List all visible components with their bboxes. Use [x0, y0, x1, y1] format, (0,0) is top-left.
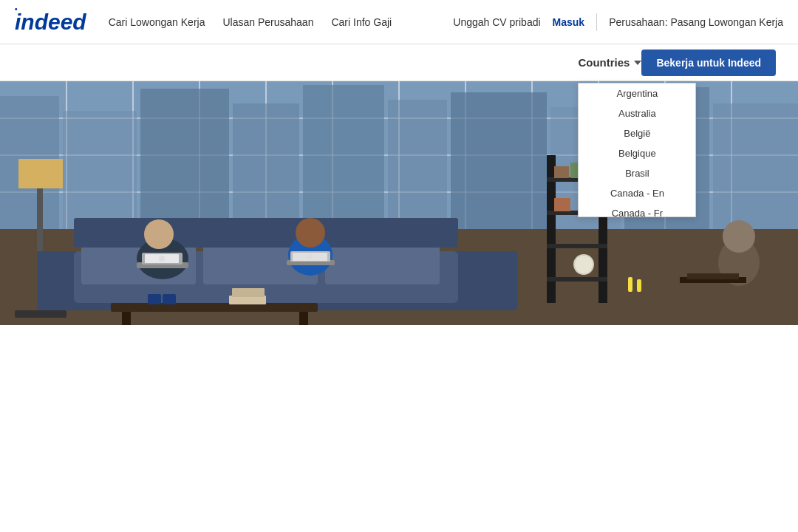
countries-label: Countries	[578, 56, 630, 69]
country-item-brasil[interactable]: Brasil	[579, 163, 695, 183]
country-item-australia[interactable]: Australia	[579, 103, 695, 123]
country-item-canada-en[interactable]: Canada - En	[579, 183, 695, 203]
svg-rect-32	[74, 218, 458, 248]
svg-point-40	[296, 218, 325, 248]
svg-rect-25	[713, 103, 798, 229]
navbar: indeed Cari Lowongan Kerja Ulasan Perusa…	[0, 0, 798, 44]
svg-rect-18	[140, 89, 229, 229]
svg-point-44	[307, 253, 313, 259]
unggah-cv-link[interactable]: Unggah CV pribadi	[453, 16, 540, 28]
svg-rect-60	[547, 277, 607, 282]
svg-rect-53	[18, 159, 63, 188]
svg-rect-19	[233, 103, 299, 229]
svg-rect-54	[15, 310, 66, 318]
nav-ulasan-perusahaan[interactable]: Ulasan Perusahaan	[222, 16, 313, 28]
svg-rect-50	[148, 294, 161, 304]
svg-point-68	[723, 220, 755, 253]
svg-rect-17	[63, 111, 137, 229]
nav-cari-info-gaji[interactable]: Cari Info Gaji	[331, 16, 392, 28]
pasang-lowongan-link[interactable]: Perusahaan: Pasang Lowongan Kerja	[609, 16, 783, 28]
countries-button[interactable]: Countries	[578, 56, 641, 69]
svg-rect-51	[163, 294, 176, 304]
svg-rect-45	[111, 303, 318, 312]
svg-rect-21	[388, 100, 447, 229]
country-item-belgique[interactable]: Belgique	[579, 143, 695, 163]
countries-bar: Countries Argentina Australia België Bel…	[0, 44, 798, 81]
svg-rect-46	[122, 312, 131, 325]
nav-right: Unggah CV pribadi Masuk Perusahaan: Pasa…	[453, 13, 783, 31]
svg-point-34	[144, 219, 174, 249]
nav-divider	[596, 13, 597, 31]
svg-rect-31	[325, 244, 440, 284]
svg-rect-49	[232, 288, 265, 297]
country-item-argentina[interactable]: Argentina	[579, 83, 695, 103]
svg-rect-59	[547, 244, 607, 248]
svg-rect-64	[554, 198, 570, 211]
nav-links: Cari Lowongan Kerja Ulasan Perusahaan Ca…	[109, 16, 454, 28]
svg-point-38	[159, 256, 165, 262]
svg-rect-72	[637, 279, 641, 292]
logo[interactable]: indeed	[15, 10, 86, 35]
bottom-area	[0, 325, 798, 532]
svg-rect-70	[687, 273, 739, 279]
svg-rect-47	[299, 312, 308, 325]
svg-point-66	[575, 256, 593, 273]
svg-rect-22	[451, 92, 547, 229]
countries-dropdown-wrapper: Countries Argentina Australia België Bel…	[578, 56, 641, 69]
countries-list[interactable]: Argentina Australia België Belgique Bras…	[579, 83, 695, 216]
nav-cari-lowongan[interactable]: Cari Lowongan Kerja	[109, 16, 205, 28]
country-item-belgie[interactable]: België	[579, 123, 695, 143]
country-item-canada-fr[interactable]: Canada - Fr	[579, 203, 695, 216]
svg-rect-20	[303, 85, 384, 229]
logo-text: indeed	[15, 10, 86, 35]
countries-dropdown-menu: Argentina Australia België Belgique Bras…	[578, 83, 696, 217]
svg-rect-71	[628, 277, 632, 292]
work-for-indeed-button[interactable]: Bekerja untuk Indeed	[641, 50, 776, 76]
chevron-down-icon	[634, 61, 641, 65]
svg-rect-52	[37, 185, 43, 251]
masuk-link[interactable]: Masuk	[553, 16, 585, 28]
svg-rect-61	[554, 166, 569, 178]
